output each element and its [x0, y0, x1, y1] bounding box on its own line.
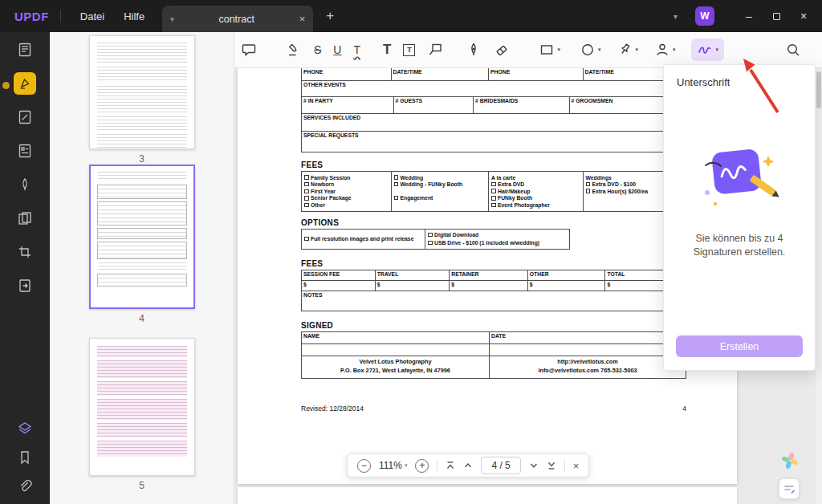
fees-amount-table: SESSION FEE TRAVEL RETAINER OTHER TOTAL … — [301, 270, 686, 291]
chevron-down-icon[interactable]: ▾ — [715, 47, 718, 53]
table-cell: $ — [450, 281, 528, 291]
edit-mode-icon[interactable] — [14, 106, 36, 128]
signature-illustration — [691, 143, 787, 222]
comment-tool[interactable] — [241, 42, 257, 58]
stamp-tool[interactable]: ▾ — [654, 42, 676, 58]
page-thumbnail-5[interactable]: 5 — [89, 338, 195, 491]
rectangle-shape-tool[interactable]: ▾ — [539, 42, 560, 58]
checkbox-icon — [491, 203, 496, 208]
tab-close-icon[interactable]: × — [299, 13, 306, 25]
column-header: A la carte — [491, 175, 580, 181]
zoom-level[interactable]: 111% ▾ — [379, 460, 407, 471]
organize-pages-icon[interactable] — [14, 207, 36, 230]
notes-row: NOTES — [301, 291, 686, 311]
zoom-out-button[interactable]: − — [357, 459, 371, 473]
attachment-icon[interactable] — [15, 477, 35, 496]
table-header: DATE/TIME — [392, 68, 490, 80]
checkbox-label: Wedding — [401, 175, 424, 181]
checkbox-label: Extra DVD — [498, 181, 524, 187]
zoom-in-button[interactable]: + — [415, 459, 429, 473]
checkbox-icon — [304, 189, 309, 194]
table-cell — [302, 344, 490, 356]
checkbox-label: Full resolution images and print release — [311, 236, 413, 242]
underline-tool[interactable]: U — [333, 43, 341, 56]
page-indicator[interactable]: 4 / 5 — [481, 457, 520, 474]
page-thumbnail-3[interactable]: 3 — [89, 35, 195, 149]
next-page-button[interactable] — [529, 461, 539, 470]
vertical-scrollbar[interactable] — [816, 69, 822, 504]
callout-tool[interactable] — [427, 42, 443, 58]
page-thumbnail-4[interactable]: 4 — [89, 165, 195, 324]
ai-assistant-button[interactable] — [780, 451, 800, 470]
titlebar-divider — [60, 10, 61, 22]
fees-column-alacarte: A la carte Extra DVD Hair/Makeup FUNky B… — [489, 172, 584, 211]
annotation-toolbar: S U T T T ▾ ▾ ▾ ▾ ▾ — [234, 32, 822, 68]
options-heading: OPTIONS — [301, 218, 686, 227]
minimize-button[interactable]: – — [735, 0, 763, 32]
checkbox-item: Newborn — [304, 181, 389, 187]
checkbox-label: Digital Download — [434, 232, 478, 238]
thumbnail-preview — [89, 35, 195, 149]
last-page-button[interactable] — [547, 461, 556, 470]
checkbox-label: Engagement — [401, 195, 433, 201]
pen-tool[interactable] — [466, 42, 482, 58]
contact-table: PHONE DATE/TIME PHONE DATE/TIME — [301, 68, 686, 81]
create-signature-button[interactable]: Erstellen — [676, 335, 803, 357]
avatar[interactable]: W — [695, 6, 714, 26]
table-header: TRAVEL — [376, 270, 450, 280]
search-icon[interactable] — [785, 42, 801, 58]
previous-page-button[interactable] — [463, 461, 473, 470]
maximize-button[interactable] — [763, 0, 790, 32]
menu-datei[interactable]: Datei — [80, 10, 104, 22]
eraser-tool[interactable] — [494, 42, 510, 58]
ellipse-shape-tool[interactable]: ▾ — [580, 42, 601, 58]
checkbox-label: Event Photographer — [498, 202, 550, 208]
checkbox-icon — [586, 182, 591, 187]
company-name: Velvet Lotus Photography — [305, 358, 486, 367]
export-icon[interactable] — [14, 274, 36, 297]
fees-column-weddings: Wedding Wedding - FUNky Booth Engagement — [392, 172, 490, 211]
zoom-toolbar: − 111% ▾ + 4 / 5 × — [347, 453, 589, 478]
new-tab-button[interactable]: + — [326, 8, 334, 24]
comment-mode-icon[interactable] — [14, 72, 36, 95]
form-mode-icon[interactable] — [14, 140, 36, 162]
document-tab[interactable]: ▾ contract × — [162, 6, 313, 32]
chevron-down-icon[interactable]: ▾ — [557, 47, 560, 53]
text-tool[interactable]: T — [383, 42, 391, 58]
menu-hilfe[interactable]: Hilfe — [124, 10, 144, 22]
reader-mode-icon[interactable] — [14, 39, 36, 61]
feedback-chat-button[interactable] — [779, 478, 800, 499]
chevron-down-icon[interactable]: ▾ — [598, 47, 601, 53]
textbox-tool[interactable]: T — [403, 44, 415, 56]
table-header: # BRIDESMAIDS — [474, 97, 570, 113]
sign-mode-icon[interactable] — [14, 173, 36, 196]
chevron-down-icon[interactable]: ▾ — [673, 47, 676, 53]
bookmark-icon[interactable] — [15, 448, 35, 467]
close-button[interactable]: × — [790, 0, 817, 32]
chevron-down-icon[interactable]: ▾ — [635, 47, 638, 53]
squiggly-underline-tool[interactable]: T — [353, 43, 360, 56]
checkbox-icon — [428, 233, 433, 238]
company-info: Velvet Lotus Photography P.O. Box 2721, … — [302, 356, 490, 378]
checkbox-item: Family Session — [304, 175, 389, 181]
checkbox-item: Wedding — [394, 175, 486, 181]
pdf-page[interactable]: PHONE DATE/TIME PHONE DATE/TIME OTHER EV… — [238, 68, 737, 484]
strikethrough-tool[interactable]: S — [314, 43, 321, 56]
thumbnail-panel: 3 4 5 — [50, 32, 234, 504]
company-address: P.O. Box 2721, West Lafayette, IN 47996 — [305, 367, 486, 376]
first-page-button[interactable] — [446, 461, 455, 470]
signature-panel: Unterschrift Sie können bis zu 4 Signatu… — [663, 64, 816, 371]
scrollbar-thumb[interactable] — [816, 71, 821, 108]
table-cell: $ — [528, 281, 606, 291]
checkbox-icon — [394, 196, 399, 201]
crop-icon[interactable] — [14, 241, 36, 263]
chevron-down-icon[interactable]: ▾ — [673, 12, 678, 21]
left-toolbar — [0, 32, 50, 504]
signature-tool[interactable]: ▾ — [691, 39, 724, 61]
highlight-tool[interactable] — [286, 42, 302, 58]
layers-icon[interactable] — [15, 419, 35, 438]
checkbox-icon — [304, 203, 309, 208]
checkbox-item: FUNky Booth — [491, 195, 580, 201]
close-zoom-bar-button[interactable]: × — [573, 460, 580, 472]
pin-tool[interactable]: ▾ — [616, 42, 638, 58]
